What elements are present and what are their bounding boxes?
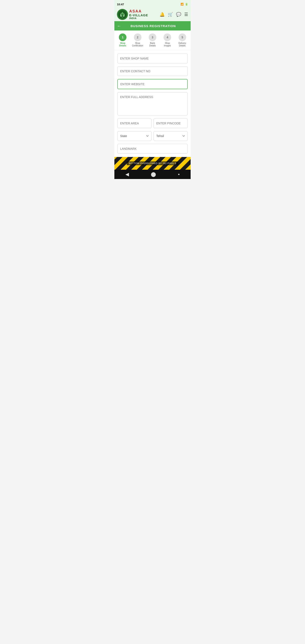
status-icons: 📶 🔋 xyxy=(180,3,188,6)
logo-area: ASAA E-VILLAGE INDIA xyxy=(117,9,148,20)
step-3-circle: 3 xyxy=(149,34,156,41)
svg-point-3 xyxy=(121,16,124,18)
warning-text: BOTTOM OVERFLOWED BY 282 PIXELS xyxy=(127,162,178,165)
bell-icon[interactable]: 🔔 xyxy=(160,12,165,17)
step-5-circle: 5 xyxy=(178,34,186,41)
brand-india: INDIA xyxy=(129,17,148,20)
navbar-icons: 🔔 🛒 💬 ☰ xyxy=(160,12,188,17)
menu-icon[interactable]: ☰ xyxy=(184,12,188,17)
step-4-circle: 4 xyxy=(164,34,171,41)
step-4[interactable]: 4 ShopImages xyxy=(160,34,175,47)
battery-icon: 🔋 xyxy=(185,3,188,6)
page-title: BUSINESS REGISTRATION xyxy=(123,24,188,28)
back-button[interactable]: ← xyxy=(117,24,121,28)
step-3[interactable]: 3 BankDetails xyxy=(145,34,160,47)
logo-icon xyxy=(117,9,128,20)
brand-asaa: ASAA xyxy=(129,9,148,14)
contact-no-input[interactable] xyxy=(117,66,188,76)
bottom-nav: ◀ ⬤ ▪ xyxy=(114,170,190,179)
step-5[interactable]: 5 DeliveryDetails xyxy=(175,34,190,47)
back-nav-button[interactable]: ◀ xyxy=(126,172,129,177)
navbar: ASAA E-VILLAGE INDIA 🔔 🛒 💬 ☰ xyxy=(114,8,190,21)
step-2[interactable]: 2 ShopCertification xyxy=(130,34,145,47)
step-4-label: ShopImages xyxy=(164,42,171,47)
logo-text: ASAA E-VILLAGE INDIA xyxy=(129,9,148,20)
step-2-circle: 2 xyxy=(134,34,142,41)
steps-bar: 1 ShopDetails 2 ShopCertification 3 Bank… xyxy=(114,30,190,50)
step-3-label: BankDetails xyxy=(149,42,156,47)
state-tehsil-row: State Tehsil xyxy=(117,131,188,141)
status-time: 10:47 xyxy=(117,3,124,6)
step-2-label: ShopCertification xyxy=(132,42,143,47)
address-input[interactable] xyxy=(117,92,188,116)
status-bar: 10:47 📶 🔋 xyxy=(114,0,190,8)
step-1-label: ShopDetails xyxy=(119,42,126,47)
state-select[interactable]: State xyxy=(117,131,152,141)
home-nav-button[interactable]: ⬤ xyxy=(151,172,156,177)
recents-nav-button[interactable]: ▪ xyxy=(178,172,180,177)
pincode-input[interactable] xyxy=(154,118,188,128)
step-1-circle: 1 xyxy=(119,34,126,41)
step-1[interactable]: 1 ShopDetails xyxy=(115,34,130,47)
warning-strip: BOTTOM OVERFLOWED BY 282 PIXELS xyxy=(114,157,190,170)
brand-evillage: E-VILLAGE xyxy=(129,14,148,17)
form-container: State Tehsil xyxy=(114,50,190,157)
step-5-label: DeliveryDetails xyxy=(178,42,186,47)
topbar: ← BUSINESS REGISTRATION xyxy=(114,21,190,30)
tehsil-select[interactable]: Tehsil xyxy=(154,131,188,141)
shop-name-input[interactable] xyxy=(117,54,188,63)
area-input[interactable] xyxy=(117,118,152,128)
cart-icon[interactable]: 🛒 xyxy=(168,12,173,17)
website-input[interactable] xyxy=(117,79,188,89)
signal-icon: 📶 xyxy=(180,3,184,6)
landmark-input[interactable] xyxy=(117,144,188,154)
chat-icon[interactable]: 💬 xyxy=(176,12,181,17)
area-pincode-row xyxy=(117,118,188,128)
